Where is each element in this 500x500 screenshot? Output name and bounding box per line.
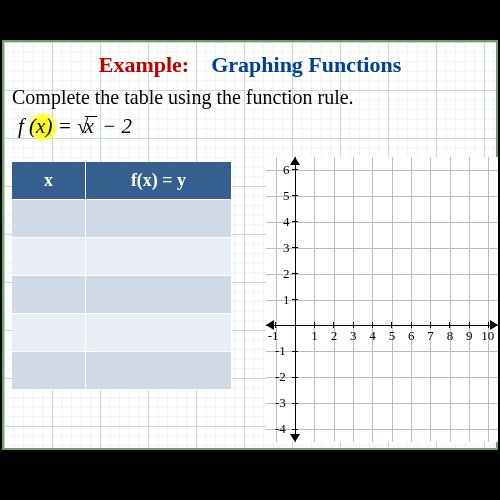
x-tick bbox=[314, 322, 315, 328]
x-tick-label: 2 bbox=[331, 328, 338, 344]
x-tick bbox=[488, 322, 489, 328]
x-tick bbox=[372, 322, 373, 328]
function-formula: f (x) = √x − 2 bbox=[18, 114, 132, 139]
x-tick-label: 3 bbox=[350, 328, 357, 344]
axis-arrow-icon bbox=[290, 434, 300, 442]
grid-line-horizontal bbox=[266, 248, 498, 249]
x-tick-label: 9 bbox=[466, 328, 473, 344]
y-tick bbox=[292, 247, 298, 248]
x-tick-label: 6 bbox=[408, 328, 415, 344]
x-tick bbox=[411, 322, 412, 328]
x-tick-label: 7 bbox=[427, 328, 434, 344]
y-tick bbox=[292, 273, 298, 274]
grid-line-horizontal bbox=[266, 170, 498, 171]
y-tick-label: -3 bbox=[275, 395, 286, 411]
x-tick-label: 8 bbox=[447, 328, 454, 344]
y-tick bbox=[292, 403, 298, 404]
x-tick bbox=[333, 322, 334, 328]
page-title: Example: Graphing Functions bbox=[4, 52, 496, 78]
formula-lhs: f (x) bbox=[18, 114, 52, 138]
x-tick bbox=[449, 322, 450, 328]
value-table: x f(x) = y bbox=[12, 162, 232, 390]
table-header-y: f(x) = y bbox=[86, 162, 232, 200]
y-tick-label: 5 bbox=[283, 188, 290, 204]
table-row bbox=[12, 200, 232, 238]
x-tick bbox=[353, 322, 354, 328]
x-tick bbox=[469, 322, 470, 328]
table-header-row: x f(x) = y bbox=[12, 162, 232, 200]
whiteboard: Example: Graphing Functions Complete the… bbox=[2, 40, 498, 450]
grid-line-horizontal bbox=[266, 403, 498, 404]
table-row bbox=[12, 276, 232, 314]
x-tick bbox=[391, 322, 392, 328]
coordinate-chart: -112345678910654321-1-2-3-4 bbox=[266, 157, 498, 442]
table-cell-x[interactable] bbox=[12, 352, 86, 390]
table-cell-y[interactable] bbox=[86, 276, 232, 314]
table-header-x: x bbox=[12, 162, 86, 200]
y-tick-label: 2 bbox=[283, 266, 290, 282]
letterbox-top bbox=[0, 0, 500, 40]
grid-line-horizontal bbox=[266, 300, 498, 301]
y-tick bbox=[292, 351, 298, 352]
axis-arrow-icon bbox=[290, 157, 300, 165]
table-row bbox=[12, 352, 232, 390]
sqrt-icon: √ bbox=[77, 114, 89, 138]
table-cell-y[interactable] bbox=[86, 352, 232, 390]
grid-line-horizontal bbox=[266, 274, 498, 275]
grid-line-horizontal bbox=[266, 429, 498, 430]
y-tick-label: 6 bbox=[283, 162, 290, 178]
table-cell-x[interactable] bbox=[12, 276, 86, 314]
x-tick-label: -1 bbox=[268, 328, 279, 344]
x-tick bbox=[275, 322, 276, 328]
table-cell-y[interactable] bbox=[86, 200, 232, 238]
y-tick-label: -2 bbox=[275, 369, 286, 385]
y-tick-label: 4 bbox=[283, 214, 290, 230]
y-tick bbox=[292, 299, 298, 300]
title-example: Example: bbox=[99, 52, 189, 77]
table-cell-x[interactable] bbox=[12, 200, 86, 238]
y-tick-label: -1 bbox=[275, 343, 286, 359]
y-tick-label: 1 bbox=[283, 292, 290, 308]
grid-line-horizontal bbox=[266, 196, 498, 197]
y-tick bbox=[292, 169, 298, 170]
y-tick-label: 3 bbox=[283, 240, 290, 256]
table-cell-y[interactable] bbox=[86, 314, 232, 352]
instruction-text: Complete the table using the function ru… bbox=[12, 86, 354, 109]
grid-line-horizontal bbox=[266, 377, 498, 378]
table-row bbox=[12, 238, 232, 276]
table-cell-x[interactable] bbox=[12, 238, 86, 276]
y-tick bbox=[292, 429, 298, 430]
table-cell-y[interactable] bbox=[86, 238, 232, 276]
x-tick-label: 4 bbox=[369, 328, 376, 344]
x-tick-label: 10 bbox=[481, 328, 494, 344]
letterbox-bottom bbox=[0, 450, 500, 500]
x-tick-label: 5 bbox=[389, 328, 396, 344]
y-tick bbox=[292, 377, 298, 378]
title-subject: Graphing Functions bbox=[211, 52, 401, 77]
grid-line-horizontal bbox=[266, 351, 498, 352]
y-tick bbox=[292, 195, 298, 196]
y-tick bbox=[292, 221, 298, 222]
formula-tail: − 2 bbox=[97, 114, 132, 138]
y-tick-label: -4 bbox=[275, 421, 286, 437]
x-tick-label: 1 bbox=[311, 328, 318, 344]
x-axis bbox=[266, 325, 498, 327]
grid-line-horizontal bbox=[266, 222, 498, 223]
stage: Example: Graphing Functions Complete the… bbox=[0, 0, 500, 500]
table-cell-x[interactable] bbox=[12, 314, 86, 352]
table-row bbox=[12, 314, 232, 352]
x-tick bbox=[430, 322, 431, 328]
